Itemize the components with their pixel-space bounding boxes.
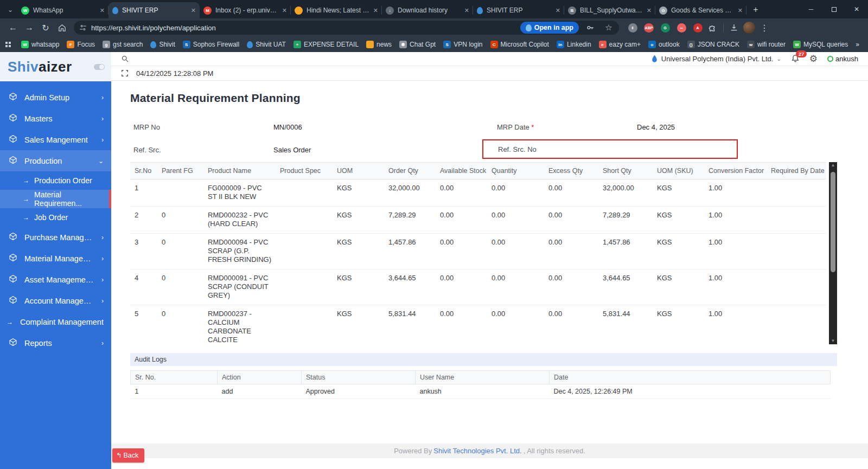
tab-close-icon[interactable]: ✕ xyxy=(282,7,287,14)
gst-icon: G xyxy=(659,7,667,15)
scroll-down-icon[interactable]: ▼ xyxy=(831,338,835,344)
more-bookmarks-chevron[interactable]: » xyxy=(852,38,863,50)
company-selector[interactable]: Universal Polychem (India) Pvt. Ltd. ⌄ xyxy=(651,55,781,63)
gear-icon[interactable]: ⚙ xyxy=(809,53,818,65)
scroll-up-icon[interactable]: ▲ xyxy=(831,162,835,169)
bookmark-item[interactable]: eeazy cam+ xyxy=(595,38,644,50)
maximize-button[interactable] xyxy=(822,0,845,18)
fullscreen-icon[interactable] xyxy=(121,69,129,77)
sidebar-item-production[interactable]: Production⌄ xyxy=(0,150,111,171)
sidebar-item-complaint-management[interactable]: →Complaint Management xyxy=(0,311,111,332)
bookmark-item[interactable]: SVPN login xyxy=(439,38,486,50)
shield-extension-icon[interactable]: ‖ xyxy=(626,21,640,35)
sidebar-subitem-production-order[interactable]: →Production Order xyxy=(0,171,111,190)
sidebar-item-reports[interactable]: Reports› xyxy=(0,332,111,354)
back-icon[interactable]: ← xyxy=(5,20,21,35)
bookmark-star-icon[interactable]: ☆ xyxy=(602,21,616,35)
tab-title: Inbox (2) - erp.universalp xyxy=(215,7,278,14)
home-icon[interactable] xyxy=(54,20,69,35)
site-settings-icon[interactable] xyxy=(79,24,87,31)
address-bar[interactable]: https://erp.shivit.in/polychem/applicati… xyxy=(74,21,619,35)
footer-company-link[interactable]: Shivit Technologies Pvt. Ltd. xyxy=(433,447,521,455)
browser-tab[interactable]: SHIVIT ERP✕ xyxy=(473,2,564,18)
grammarly-icon[interactable]: G xyxy=(658,21,672,35)
browser-tab[interactable]: WWhatsApp✕ xyxy=(17,2,108,18)
browser-tab[interactable]: ↓Download history✕ xyxy=(382,2,473,18)
bookmark-item[interactable]: {}JSON CRACK xyxy=(684,38,743,50)
bookmark-item[interactable]: ooutlook xyxy=(644,38,684,50)
browser-tab[interactable]: GGoods & Services Tax (GS✕ xyxy=(655,2,746,18)
notifications-button[interactable]: 27 xyxy=(791,53,800,65)
sidebar-item-masters[interactable]: Masters› xyxy=(0,108,111,129)
browser-tab[interactable]: BBILL_SupplyOutward-K-2✕ xyxy=(564,2,655,18)
sidebar-subitem-material-requiremen-[interactable]: →Material Requiremen... xyxy=(0,190,111,208)
forward-icon[interactable]: → xyxy=(22,20,37,35)
bookmark-item[interactable]: Shivit UAT xyxy=(243,38,290,50)
table-row[interactable]: 40RMD000091 - PVC SCRAP (CONDUIT GREY)KG… xyxy=(130,269,826,305)
table-row[interactable]: 50RMD000237 - CALCIUM CARBONATE CALCITEK… xyxy=(130,305,826,345)
puzzle-extensions-icon[interactable] xyxy=(706,21,720,35)
sidebar-item-sales-mangement[interactable]: Sales Mangement› xyxy=(0,129,111,150)
search-icon[interactable] xyxy=(121,55,129,63)
browser-tab[interactable]: MInbox (2) - erp.universalp✕ xyxy=(200,2,291,18)
sidebar-item-account-management[interactable]: Account Management› xyxy=(0,290,111,311)
tab-close-icon[interactable]: ✕ xyxy=(647,7,652,14)
focus-icon: F xyxy=(67,41,74,48)
bookmark-item[interactable]: inLinkedin xyxy=(553,38,595,50)
table-cell: 0.00 xyxy=(436,207,487,234)
bookmark-label: EXPENSE DETAIL xyxy=(304,41,359,48)
bookmark-item[interactable]: WMySQL queries xyxy=(789,38,852,50)
back-arrow-icon: ↰ xyxy=(116,451,122,459)
new-tab-button[interactable]: + xyxy=(749,3,763,17)
bookmark-item[interactable]: ✺Chat Gpt xyxy=(395,38,439,50)
reload-icon[interactable]: ↻ xyxy=(38,20,53,35)
bookmark-item[interactable]: CMicrosoft Copilot xyxy=(487,38,553,50)
user-menu[interactable]: ankush xyxy=(827,55,858,63)
bookmark-item[interactable]: Wwhatsapp xyxy=(17,38,63,50)
bookmark-item[interactable]: +EXPENSE DETAIL xyxy=(290,38,362,50)
sidebar-item-admin-setup[interactable]: Admin Setup› xyxy=(0,87,111,108)
cookie-extension-icon[interactable]: ∞ xyxy=(674,21,688,35)
scrollbar-thumb[interactable] xyxy=(831,172,835,272)
audit-row[interactable]: 1addApprovedankushDec 4, 2025, 12:26:49 … xyxy=(131,384,831,399)
sidebar-item-material-management[interactable]: Material Management› xyxy=(0,248,111,269)
tab-close-icon[interactable]: ✕ xyxy=(100,7,105,14)
bookmark-item[interactable]: ggst search xyxy=(99,38,146,50)
tab-search-chevron-icon[interactable]: ⌄ xyxy=(3,3,17,17)
password-key-icon[interactable] xyxy=(583,21,597,35)
apps-grid-icon[interactable] xyxy=(5,42,11,47)
table-row[interactable]: 20RMD000232 - PVC (HARD CLEAR)KGS7,289.2… xyxy=(130,207,826,234)
bookmark-item[interactable]: SSophos Firewall xyxy=(179,38,243,50)
profile-avatar[interactable] xyxy=(742,21,756,35)
tab-close-icon[interactable]: ✕ xyxy=(738,7,743,14)
table-row[interactable]: 1FG000009 - PVC ST II BLK NEWKGS32,000.0… xyxy=(130,179,826,207)
sidebar-toggle[interactable] xyxy=(94,64,105,70)
table-row[interactable]: 30RMD000094 - PVC SCRAP (G.P. FRESH GRIN… xyxy=(130,234,826,269)
downloads-icon[interactable] xyxy=(727,21,741,35)
menu-kebab-icon[interactable]: ⋮ xyxy=(757,21,771,35)
bookmark-item[interactable]: Shivit xyxy=(146,38,178,50)
table-scrollbar[interactable]: ▲ ▼ xyxy=(829,162,837,344)
form-field-ref-src-no[interactable]: Ref. Src. No xyxy=(482,139,738,159)
bookmark-item[interactable]: news xyxy=(362,38,395,50)
sidebar-item-purchase-manageme-[interactable]: Purchase Manageme...› xyxy=(0,227,111,248)
tab-close-icon[interactable]: ✕ xyxy=(464,7,469,14)
minimize-button[interactable]: ─ xyxy=(800,0,822,18)
sidebar-item-label: Admin Setup xyxy=(24,93,69,102)
open-in-app-button[interactable]: Open in app xyxy=(520,22,579,34)
tab-close-icon[interactable]: ✕ xyxy=(191,7,196,14)
bookmark-item[interactable]: wwifi router xyxy=(743,38,789,50)
browser-tab[interactable]: SHIVIT ERP✕ xyxy=(108,2,200,18)
url-text[interactable]: https://erp.shivit.in/polychem/applicati… xyxy=(91,24,516,32)
tab-close-icon[interactable]: ✕ xyxy=(556,7,560,14)
adblock-plus-icon[interactable]: ABP xyxy=(642,21,656,35)
datetime-text: 04/12/2025 12:28:08 PM xyxy=(136,69,213,78)
tab-close-icon[interactable]: ✕ xyxy=(373,7,378,14)
browser-tab[interactable]: Hindi News; Latest Hindi 1✕ xyxy=(291,2,382,18)
sidebar-subitem-job-order[interactable]: →Job Order xyxy=(0,208,111,227)
close-window-button[interactable]: ✕ xyxy=(845,0,868,18)
bookmark-item[interactable]: FFocus xyxy=(63,38,99,50)
back-button[interactable]: ↰ Back xyxy=(112,448,144,462)
adobe-pdf-icon[interactable]: A xyxy=(691,21,705,35)
sidebar-item-asset-management-s-[interactable]: Asset Management S...› xyxy=(0,269,111,290)
